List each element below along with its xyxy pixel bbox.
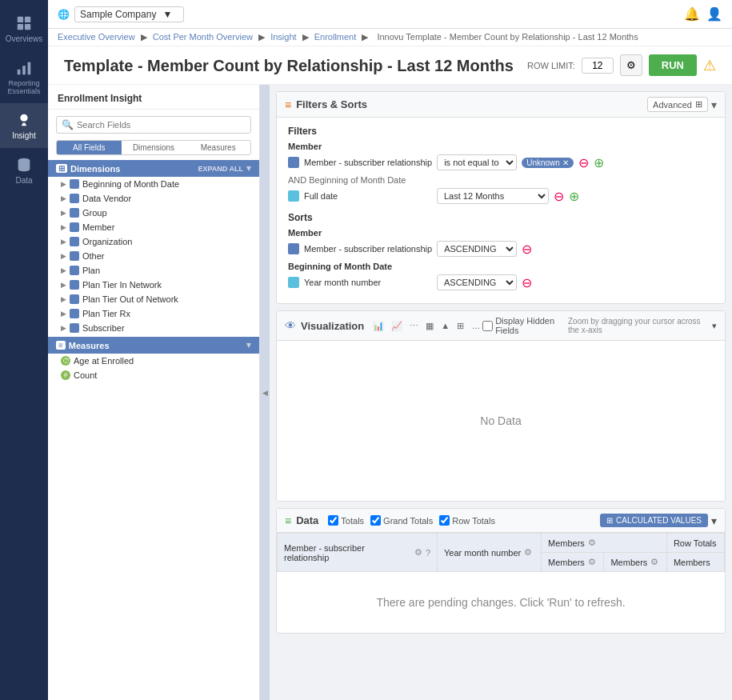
year-month-col-label: Year month number	[444, 548, 521, 558]
sort-1-remove[interactable]: ⊖	[522, 242, 532, 257]
filters-card-header: ≡ Filters & Sorts Advanced ⊞ ▾	[277, 92, 725, 118]
dim-plan[interactable]: ▶ Plan	[48, 263, 259, 278]
row-limit-input[interactable]	[582, 58, 614, 74]
search-box[interactable]: 🔍	[56, 116, 251, 134]
dim-member[interactable]: ▶ Member	[48, 220, 259, 234]
advanced-button[interactable]: Advanced ⊞	[647, 97, 708, 112]
col-sub1-gear[interactable]: ⚙	[588, 557, 596, 567]
company-selector[interactable]: Sample Company ▼	[74, 6, 184, 22]
search-input[interactable]	[77, 120, 246, 130]
grand-totals-label: Grand Totals	[383, 516, 433, 526]
svg-rect-1	[25, 17, 30, 22]
run-button[interactable]: RUN	[649, 54, 697, 76]
viz-more-icon[interactable]: …	[469, 320, 482, 332]
left-panel: Enrollment Insight 🔍 All Fields Dimensio…	[48, 85, 260, 700]
dim-subscriber[interactable]: ▶ Subscriber	[48, 321, 259, 335]
filters-title: Filters	[288, 126, 714, 137]
dim-organization[interactable]: ▶ Organization	[48, 234, 259, 249]
viz-area-icon[interactable]: ▲	[438, 320, 452, 332]
filter-1-tag-remove[interactable]: ✕	[562, 158, 569, 167]
dim-plan-tier-rx[interactable]: ▶ Plan Tier Rx	[48, 306, 259, 321]
filter-2-add[interactable]: ⊕	[569, 189, 579, 204]
viz-line-icon[interactable]: 📈	[389, 320, 405, 332]
col-members-sub1: Members ⚙	[542, 553, 604, 572]
notification-icon[interactable]: 🔔	[684, 6, 700, 22]
totals-checkbox[interactable]	[328, 515, 338, 526]
sort-2-direction[interactable]: ASCENDING	[437, 274, 517, 290]
filter-row-2: Full date Last 12 Months ⊖ ⊕	[288, 188, 714, 204]
tab-measures[interactable]: Measures	[186, 141, 250, 154]
col-row-totals-sub: Members	[666, 553, 724, 572]
left-panel-title: Enrollment Insight	[48, 85, 259, 110]
measure-count[interactable]: # Count	[48, 368, 259, 382]
dimensions-collapse-icon[interactable]: ▾	[246, 163, 251, 174]
filters-dropdown-icon[interactable]: ▾	[711, 98, 717, 111]
breadcrumb-insight[interactable]: Insight	[270, 32, 296, 42]
viz-dropdown-icon[interactable]: ▾	[712, 321, 717, 331]
filter-header-icon: ≡	[285, 98, 291, 111]
dimensions-icon: ⊞	[56, 164, 67, 173]
calc-values-icon: ⊞	[606, 516, 613, 525]
filters-body: Filters Member Member - subscriber relat…	[277, 118, 725, 303]
filter-1-operator[interactable]: is not equal to	[437, 154, 517, 170]
dim-group[interactable]: ▶ Group	[48, 206, 259, 220]
expand-arrow: ▶	[61, 180, 66, 188]
sort-1-direction[interactable]: ASCENDING	[437, 241, 517, 257]
filter-2-remove[interactable]: ⊖	[554, 189, 564, 204]
measure-age[interactable]: ⏱ Age at Enrolled	[48, 354, 259, 368]
col-question-1[interactable]: ?	[426, 548, 430, 558]
col-gear-1[interactable]: ⚙	[414, 547, 422, 558]
dim-data-vendor[interactable]: ▶ Data Vendor	[48, 191, 259, 206]
filter-1-add[interactable]: ⊕	[594, 155, 604, 170]
viz-right-controls: Display Hidden Fields Zoom by dragging y…	[482, 316, 717, 335]
breadcrumb-cost[interactable]: Cost Per Month Overview	[153, 32, 253, 42]
breadcrumb-enrollment[interactable]: Enrollment	[314, 32, 357, 42]
svg-rect-4	[18, 70, 21, 74]
tab-dimensions[interactable]: Dimensions	[122, 141, 186, 154]
breadcrumb-overviews[interactable]: Executive Overview	[58, 32, 135, 42]
dimensions-header[interactable]: ⊞ Dimensions EXPAND ALL ▾	[48, 160, 259, 177]
tab-all-fields[interactable]: All Fields	[57, 141, 122, 154]
data-dropdown-icon[interactable]: ▾	[711, 514, 717, 527]
filter-2-operator[interactable]: Last 12 Months	[437, 188, 549, 204]
viz-combo-icon[interactable]: ⊞	[454, 320, 466, 332]
col-gear-2[interactable]: ⚙	[524, 547, 532, 558]
viz-table-icon[interactable]: ▦	[423, 320, 436, 332]
nav-insight[interactable]: Insight	[0, 103, 48, 148]
grand-totals-checkbox[interactable]	[370, 515, 381, 526]
filter-1-remove[interactable]: ⊖	[578, 155, 589, 170]
dim-other[interactable]: ▶ Other	[48, 249, 259, 263]
dim-plan-tier-in[interactable]: ▶ Plan Tier In Network	[48, 278, 259, 292]
col-sub2-gear[interactable]: ⚙	[650, 557, 658, 567]
settings-button[interactable]: ⚙	[620, 54, 642, 76]
sort-2-remove[interactable]: ⊖	[522, 275, 532, 290]
dim-plan-tier-out[interactable]: ▶ Plan Tier Out of Network	[48, 292, 259, 306]
svg-rect-2	[18, 24, 23, 30]
top-bar: 🌐 Sample Company ▼ 🔔 👤	[48, 0, 732, 29]
col-gear-3[interactable]: ⚙	[588, 538, 596, 548]
nav-reporting-essentials[interactable]: Reporting Essentials	[0, 51, 48, 103]
svg-rect-6	[28, 62, 31, 75]
nav-data[interactable]: Data	[0, 148, 48, 193]
viz-eye-icon: 👁	[285, 319, 296, 332]
nav-overviews[interactable]: Overviews	[0, 6, 48, 51]
company-dropdown-icon: ▼	[162, 9, 172, 20]
user-icon[interactable]: 👤	[706, 6, 722, 22]
sort-row-2: Year month number ASCENDING ⊖	[288, 274, 714, 290]
svg-rect-3	[25, 24, 30, 30]
hidden-fields-checkbox[interactable]	[482, 321, 493, 331]
viz-scatter-icon[interactable]: ⋯	[407, 320, 421, 332]
sort-field-icon-2	[288, 277, 299, 288]
expand-all-label[interactable]: EXPAND ALL	[198, 165, 243, 173]
right-panel: ≡ Filters & Sorts Advanced ⊞ ▾ Filters M…	[270, 85, 732, 700]
col-members-sub2: Members ⚙	[604, 553, 666, 572]
field-type-tabs: All Fields Dimensions Measures	[56, 140, 251, 155]
measures-header[interactable]: ≡ Measures ▾	[48, 337, 259, 354]
dim-beginning-month[interactable]: ▶ Beginning of Month Date	[48, 177, 259, 191]
totals-check: Totals	[328, 515, 364, 526]
collapse-handle[interactable]: ◀	[260, 85, 270, 700]
measures-collapse-icon[interactable]: ▾	[246, 340, 251, 350]
row-totals-checkbox[interactable]	[439, 515, 450, 526]
calc-values-button[interactable]: ⊞ CALCULATED VALUES	[600, 514, 708, 527]
viz-bar-icon[interactable]: 📊	[370, 320, 386, 332]
